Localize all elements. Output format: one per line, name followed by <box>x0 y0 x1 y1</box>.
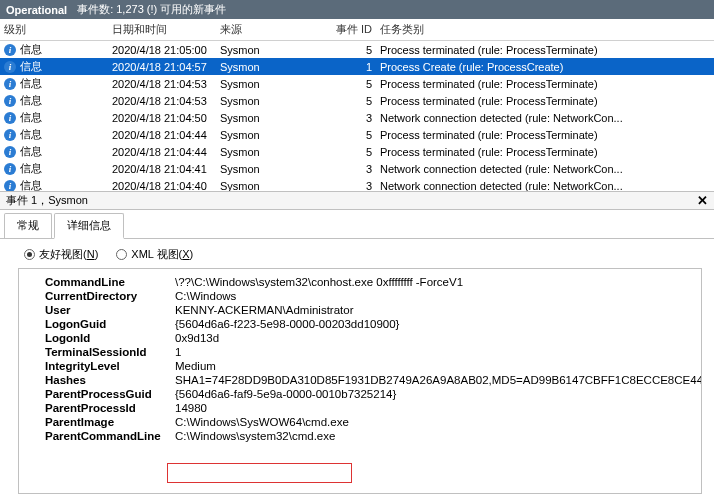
property-value: {5604d6a6-faf9-5e9a-0000-0010b7325214} <box>175 388 695 400</box>
radio-friendly-view[interactable]: 友好视图(N) <box>24 247 98 262</box>
radio-dot-icon <box>116 249 127 260</box>
level-text: 信息 <box>20 127 42 142</box>
cell-eventid: 3 <box>331 163 376 175</box>
property-key: ParentProcessGuid <box>45 388 175 400</box>
info-icon: i <box>4 146 16 158</box>
property-row: IntegrityLevelMedium <box>25 359 695 373</box>
detail-view-options: 友好视图(N) XML 视图(X) <box>0 239 714 266</box>
property-row: ParentProcessId14980 <box>25 401 695 415</box>
property-key: ParentProcessId <box>45 402 175 414</box>
table-row[interactable]: i信息2020/4/18 21:05:00Sysmon5Process term… <box>0 41 714 58</box>
property-value: C:\Windows\SysWOW64\cmd.exe <box>175 416 695 428</box>
cell-task: Network connection detected (rule: Netwo… <box>376 180 714 192</box>
property-value: KENNY-ACKERMAN\Administrator <box>175 304 695 316</box>
cell-source: Sysmon <box>216 146 331 158</box>
table-row[interactable]: i信息2020/4/18 21:04:53Sysmon5Process term… <box>0 92 714 109</box>
cell-task: Process Create (rule: ProcessCreate) <box>376 61 714 73</box>
table-row[interactable]: i信息2020/4/18 21:04:50Sysmon3Network conn… <box>0 109 714 126</box>
cell-datetime: 2020/4/18 21:04:41 <box>108 163 216 175</box>
cell-task: Process terminated (rule: ProcessTermina… <box>376 95 714 107</box>
level-text: 信息 <box>20 178 42 191</box>
cell-source: Sysmon <box>216 78 331 90</box>
window-titlebar: Operational 事件数: 1,273 (!) 可用的新事件 <box>0 0 714 19</box>
info-icon: i <box>4 163 16 175</box>
property-row: LogonId0x9d13d <box>25 331 695 345</box>
tab-general[interactable]: 常规 <box>4 213 52 238</box>
level-text: 信息 <box>20 93 42 108</box>
cell-datetime: 2020/4/18 21:04:40 <box>108 180 216 192</box>
cell-eventid: 5 <box>331 95 376 107</box>
event-grid[interactable]: i信息2020/4/18 21:05:00Sysmon5Process term… <box>0 41 714 191</box>
info-icon: i <box>4 129 16 141</box>
property-value: 0x9d13d <box>175 332 695 344</box>
cell-eventid: 5 <box>331 44 376 56</box>
level-text: 信息 <box>20 144 42 159</box>
cell-eventid: 3 <box>331 180 376 192</box>
level-text: 信息 <box>20 42 42 57</box>
table-row[interactable]: i信息2020/4/18 21:04:40Sysmon3Network conn… <box>0 177 714 191</box>
col-source[interactable]: 来源 <box>216 19 331 40</box>
property-key: User <box>45 304 175 316</box>
property-key: LogonGuid <box>45 318 175 330</box>
level-text: 信息 <box>20 76 42 91</box>
property-value: 1 <box>175 346 695 358</box>
cell-datetime: 2020/4/18 21:04:44 <box>108 129 216 141</box>
property-row: CurrentDirectoryC:\Windows <box>25 289 695 303</box>
property-key: IntegrityLevel <box>45 360 175 372</box>
detail-properties-pane[interactable]: CommandLine\??\C:\Windows\system32\conho… <box>18 268 702 494</box>
property-row: ParentProcessGuid{5604d6a6-faf9-5e9a-000… <box>25 387 695 401</box>
cell-task: Process terminated (rule: ProcessTermina… <box>376 129 714 141</box>
property-key: ParentCommandLine <box>45 430 175 442</box>
property-key: CurrentDirectory <box>45 290 175 302</box>
cell-task: Process terminated (rule: ProcessTermina… <box>376 44 714 56</box>
event-count-summary: 事件数: 1,273 (!) 可用的新事件 <box>77 2 226 17</box>
property-value: \??\C:\Windows\system32\conhost.exe 0xff… <box>175 276 695 288</box>
table-row[interactable]: i信息2020/4/18 21:04:44Sysmon5Process term… <box>0 126 714 143</box>
cell-source: Sysmon <box>216 163 331 175</box>
table-row[interactable]: i信息2020/4/18 21:04:53Sysmon5Process term… <box>0 75 714 92</box>
cell-source: Sysmon <box>216 112 331 124</box>
grid-header: 级别 日期和时间 来源 事件 ID 任务类别 <box>0 19 714 41</box>
close-icon[interactable]: ✕ <box>697 193 708 208</box>
col-eventid[interactable]: 事件 ID <box>331 19 376 40</box>
info-icon: i <box>4 78 16 90</box>
detail-pane-header: 事件 1，Sysmon ✕ <box>0 191 714 210</box>
table-row[interactable]: i信息2020/4/18 21:04:41Sysmon3Network conn… <box>0 160 714 177</box>
info-icon: i <box>4 44 16 56</box>
property-row: UserKENNY-ACKERMAN\Administrator <box>25 303 695 317</box>
property-value: 14980 <box>175 402 695 414</box>
property-row: LogonGuid{5604d6a6-f223-5e98-0000-00203d… <box>25 317 695 331</box>
property-row: HashesSHA1=74F28DD9B0DA310D85F1931DB2749… <box>25 373 695 387</box>
detail-tabs: 常规 详细信息 <box>0 210 714 239</box>
cell-datetime: 2020/4/18 21:04:44 <box>108 146 216 158</box>
cell-datetime: 2020/4/18 21:05:00 <box>108 44 216 56</box>
property-key: LogonId <box>45 332 175 344</box>
cell-datetime: 2020/4/18 21:04:50 <box>108 112 216 124</box>
property-key: ParentImage <box>45 416 175 428</box>
radio-xml-label: XML 视图(X) <box>131 247 193 262</box>
radio-xml-view[interactable]: XML 视图(X) <box>116 247 193 262</box>
cell-source: Sysmon <box>216 95 331 107</box>
info-icon: i <box>4 180 16 192</box>
property-row: ParentCommandLineC:\Windows\system32\cmd… <box>25 429 695 443</box>
radio-dot-icon <box>24 249 35 260</box>
cell-task: Network connection detected (rule: Netwo… <box>376 163 714 175</box>
cell-task: Process terminated (rule: ProcessTermina… <box>376 146 714 158</box>
property-row: TerminalSessionId1 <box>25 345 695 359</box>
cell-datetime: 2020/4/18 21:04:53 <box>108 95 216 107</box>
property-row: ParentImageC:\Windows\SysWOW64\cmd.exe <box>25 415 695 429</box>
table-row[interactable]: i信息2020/4/18 21:04:44Sysmon5Process term… <box>0 143 714 160</box>
tab-details[interactable]: 详细信息 <box>54 213 124 239</box>
table-row[interactable]: i信息2020/4/18 21:04:57Sysmon1Process Crea… <box>0 58 714 75</box>
cell-eventid: 5 <box>331 78 376 90</box>
col-task[interactable]: 任务类别 <box>376 19 714 40</box>
log-name: Operational <box>6 4 67 16</box>
cell-eventid: 1 <box>331 61 376 73</box>
property-value: C:\Windows <box>175 290 695 302</box>
col-datetime[interactable]: 日期和时间 <box>108 19 216 40</box>
property-value: {5604d6a6-f223-5e98-0000-00203dd10900} <box>175 318 695 330</box>
property-key: TerminalSessionId <box>45 346 175 358</box>
property-value: C:\Windows\system32\cmd.exe <box>175 430 695 442</box>
col-level[interactable]: 级别 <box>0 19 108 40</box>
cell-datetime: 2020/4/18 21:04:53 <box>108 78 216 90</box>
